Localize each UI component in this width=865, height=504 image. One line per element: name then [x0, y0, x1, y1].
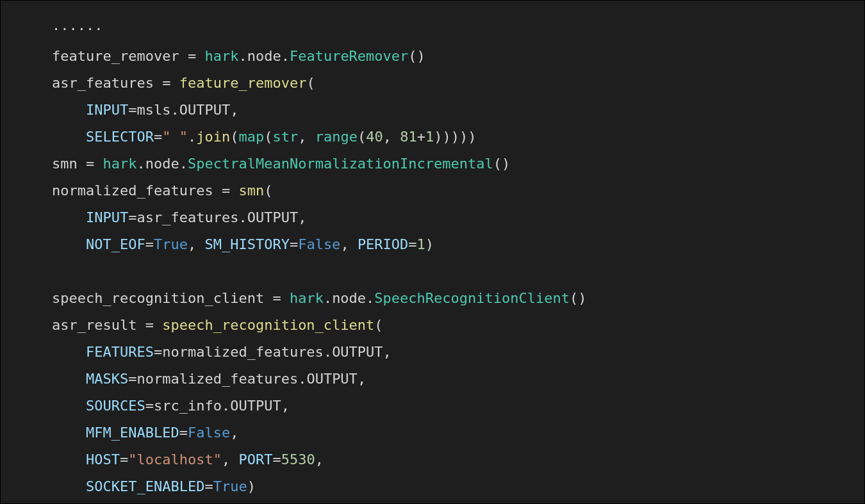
code-text: str	[272, 129, 298, 145]
code-text: "localhost"	[128, 451, 222, 467]
code-text: SOCKET_ENABLED	[86, 478, 204, 494]
code-text: )	[468, 129, 476, 145]
code-text: hark	[204, 48, 238, 64]
code-text: node	[332, 290, 366, 306]
code-text: .	[298, 371, 306, 387]
code-text: SELECTOR	[86, 129, 154, 145]
code-text: speech_recognition_client	[52, 290, 264, 306]
code-text: ······	[52, 21, 103, 37]
code-text: .	[238, 48, 247, 64]
code-text: node	[247, 48, 281, 64]
code-text: =	[272, 451, 281, 467]
code-text: (	[230, 129, 238, 145]
code-text: ()	[493, 156, 511, 172]
code-text: .	[170, 102, 179, 118]
code-text: range	[315, 129, 358, 145]
code-text: asr_features	[52, 75, 154, 91]
code-text: =	[145, 236, 154, 252]
code-text: hark	[103, 156, 137, 172]
code-text: ,	[340, 236, 358, 252]
code-text: ,	[315, 451, 324, 467]
code-text: MFM_ENABLED	[86, 425, 179, 441]
code-text: .	[324, 290, 332, 306]
code-text: =	[78, 156, 103, 172]
code-text: hark	[290, 290, 324, 306]
code-text: ,	[222, 451, 239, 467]
code-text: asr_features	[136, 209, 238, 225]
code-text: )	[425, 236, 434, 252]
code-text: =	[213, 183, 239, 199]
code-text: ,	[230, 102, 238, 118]
code-text: OUTPUT	[247, 209, 298, 225]
code-text: (	[264, 183, 272, 199]
code-text: True	[213, 478, 247, 494]
code-text: " "	[162, 129, 188, 145]
code-text: ,	[281, 398, 290, 414]
code-text: ()	[570, 290, 587, 306]
code-text: =	[145, 398, 154, 414]
code-text: FEATURES	[86, 344, 154, 360]
code-text: +	[417, 129, 425, 145]
code-text: asr_result	[52, 317, 136, 333]
code-text: SpectralMeanNormalizationIncremental	[188, 156, 493, 172]
code-text: MASKS	[86, 371, 128, 387]
code-text: .	[238, 209, 247, 225]
code-text: INPUT	[86, 102, 128, 118]
code-text: =	[154, 75, 179, 91]
code-text: .	[179, 156, 188, 172]
code-text: (	[264, 129, 272, 145]
code-text: feature_remover	[179, 75, 307, 91]
code-text: .	[222, 398, 230, 414]
code-text: )	[247, 478, 256, 494]
code-text: ,	[298, 129, 315, 145]
code-block: ······ feature_remover = hark.node.Featu…	[1, 1, 864, 500]
code-text: FeatureRemover	[290, 48, 408, 64]
code-text: OUTPUT	[332, 344, 383, 360]
code-text: ,	[383, 129, 400, 145]
code-text: =	[136, 317, 162, 333]
code-text: OUTPUT	[230, 398, 281, 414]
code-text: True	[154, 236, 188, 252]
code-text: INPUT	[86, 209, 128, 225]
code-text: False	[298, 236, 340, 252]
code-text: .	[366, 290, 374, 306]
code-text: .	[188, 129, 196, 145]
code-text: SM_HISTORY	[204, 236, 289, 252]
code-text: =	[290, 236, 298, 252]
code-text: =	[154, 344, 162, 360]
code-text: (	[358, 129, 366, 145]
code-text: =	[179, 48, 205, 64]
code-text: OUTPUT	[306, 371, 357, 387]
code-text: =	[128, 209, 136, 225]
code-text: src_info	[154, 398, 222, 414]
code-frame: ······ feature_remover = hark.node.Featu…	[0, 0, 865, 504]
code-text: speech_recognition_client	[162, 317, 374, 333]
code-text: smn	[52, 156, 78, 172]
code-text: ()	[408, 48, 425, 64]
code-text: ,	[358, 371, 366, 387]
code-text: =	[154, 129, 162, 145]
code-text: join	[196, 129, 230, 145]
code-text: msls	[136, 102, 170, 118]
code-text: 40	[366, 129, 383, 145]
code-text: =	[179, 425, 188, 441]
code-text: 1	[425, 129, 434, 145]
code-text: PORT	[238, 451, 272, 467]
code-text: SpeechRecognitionClient	[374, 290, 570, 306]
code-text: False	[188, 425, 230, 441]
code-text: =	[204, 478, 213, 494]
code-text: PERIOD	[358, 236, 408, 252]
code-text: ,	[383, 344, 391, 360]
code-text: =	[128, 371, 136, 387]
code-text: map	[238, 129, 264, 145]
code-text: HOST	[86, 451, 120, 467]
code-text: .	[136, 156, 145, 172]
code-text: (	[374, 317, 383, 333]
code-text: ,	[188, 236, 205, 252]
code-text: ,	[230, 425, 238, 441]
code-text: 5530	[281, 451, 315, 467]
code-text: OUTPUT	[179, 102, 230, 118]
code-text: normalized_features	[136, 371, 298, 387]
code-text: =	[264, 290, 290, 306]
code-text: =	[408, 236, 416, 252]
